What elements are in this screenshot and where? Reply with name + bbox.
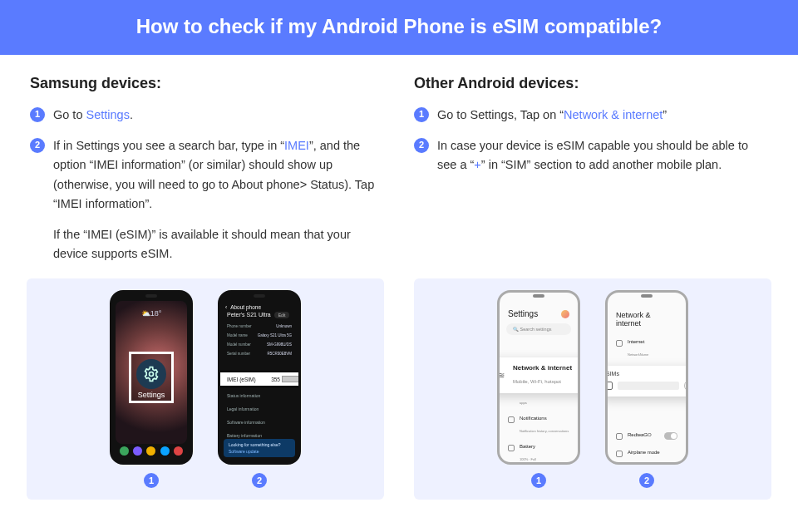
item-icon bbox=[508, 445, 515, 451]
footer-link: Software update bbox=[229, 449, 290, 454]
other-step-2: 2 In case your device is eSIM capable yo… bbox=[414, 136, 768, 175]
info-row: Phone numberUnknown bbox=[225, 322, 293, 331]
other-heading: Other Android devices: bbox=[414, 75, 768, 92]
edit-button: Edit bbox=[274, 312, 290, 318]
samsung-heading: Samsung devices: bbox=[30, 75, 384, 92]
other-steps: 1 Go to Settings, Tap on “Network & inte… bbox=[414, 106, 768, 175]
imei-esim-highlight: IMEI (eSIM) 355 bbox=[218, 372, 301, 386]
keyword-settings: Settings bbox=[86, 108, 130, 121]
network-title: Network & internet bbox=[608, 301, 686, 334]
list-item: Hotspot & tetheringoff bbox=[608, 462, 686, 465]
redacted-block bbox=[282, 376, 300, 382]
screenshot-other-2: Network & internet InternetNetworkNameCa… bbox=[605, 290, 688, 488]
info-row: Serial numberR5CR30E8VM bbox=[225, 349, 293, 358]
info-row: Model nameGalaxy S21 Ultra 5G bbox=[225, 331, 293, 340]
item-icon bbox=[616, 451, 623, 457]
text: Go to bbox=[53, 108, 86, 121]
settings-label: Settings bbox=[136, 391, 166, 399]
step-bullet: 1 bbox=[30, 107, 45, 122]
screenshot-number: 1 bbox=[144, 473, 159, 488]
settings-highlight: Settings bbox=[129, 352, 174, 403]
list-item: NotificationsNotification history, conve… bbox=[500, 411, 578, 440]
list-item: Airplane mode bbox=[608, 445, 686, 462]
popup-title: SIMs bbox=[606, 371, 688, 377]
phone-mock: Settings 🔍 Search settings AppsAssistant… bbox=[497, 290, 580, 465]
sims-popup: SIMs RedteaGO + bbox=[605, 366, 688, 397]
other-step-1: 1 Go to Settings, Tap on “Network & inte… bbox=[414, 106, 768, 125]
text: ” bbox=[663, 108, 667, 121]
sim-icon bbox=[606, 382, 613, 390]
list-item: Legal information bbox=[225, 402, 293, 416]
item-title: RedteaGO bbox=[628, 432, 652, 437]
wifi-icon: ≋ bbox=[498, 371, 505, 380]
popup-sub: Mobile, Wi-Fi, hotspot bbox=[513, 379, 561, 384]
other-column: Other Android devices: 1 Go to Settings,… bbox=[414, 75, 768, 275]
phone-mock: ‹ About phone Peter's S21 UltraEdit Phon… bbox=[218, 290, 301, 465]
list-item: Software information bbox=[225, 416, 293, 429]
popup-title: Network & internet bbox=[513, 364, 572, 372]
screenshot-number: 2 bbox=[639, 473, 654, 488]
imei-prefix: 355 bbox=[271, 377, 280, 382]
text: Go to Settings, Tap on “ bbox=[437, 108, 564, 121]
list-item: Battery100% · Full bbox=[500, 440, 578, 465]
footer-question: Looking for something else? bbox=[229, 442, 290, 447]
text: ” in “SIM” section to add another mobile… bbox=[481, 158, 722, 171]
step-bullet: 2 bbox=[30, 138, 45, 153]
step-bullet: 2 bbox=[414, 138, 429, 153]
screenshot-samsung-1: ⛅18° Settings 1 bbox=[110, 290, 193, 488]
search-footer: Looking for something else? Software upd… bbox=[224, 439, 295, 457]
step-text: In case your device is eSIM capable you … bbox=[437, 136, 768, 175]
device-name: Peter's S21 UltraEdit bbox=[220, 312, 298, 322]
samsung-screenshots: ⛅18° Settings 1 ‹ About phone Peter's S2… bbox=[27, 278, 384, 500]
settings-title: Settings bbox=[500, 301, 578, 323]
dock-icons bbox=[117, 444, 185, 457]
gear-icon bbox=[136, 359, 166, 389]
other-screenshots: Settings 🔍 Search settings AppsAssistant… bbox=[414, 278, 771, 500]
keyword-plus: + bbox=[474, 158, 480, 171]
text: . bbox=[130, 108, 133, 121]
samsung-step-1: 1 Go to Settings. bbox=[30, 106, 384, 125]
info-list: Status informationLegal informationSoftw… bbox=[225, 389, 293, 442]
plus-icon: + bbox=[684, 380, 688, 392]
redacted-block bbox=[618, 382, 679, 390]
samsung-step-2: 2 If in Settings you see a search bar, t… bbox=[30, 136, 384, 264]
list-item: RedteaGO bbox=[608, 427, 686, 445]
search-bar: 🔍 Search settings bbox=[506, 323, 571, 335]
info-row: Model numberSM-G998U/DS bbox=[225, 340, 293, 349]
text: If in Settings you see a search bar, typ… bbox=[53, 139, 284, 152]
list-item: Status information bbox=[225, 389, 293, 402]
screenshot-samsung-2: ‹ About phone Peter's S21 UltraEdit Phon… bbox=[218, 290, 301, 488]
phone-mock: ⛅18° Settings bbox=[110, 290, 193, 465]
svg-point-0 bbox=[150, 372, 154, 377]
network-internet-popup: ≋ Network & internetMobile, Wi-Fi, hotsp… bbox=[497, 357, 580, 393]
imei-label: IMEI (eSIM) bbox=[227, 377, 256, 382]
list-item: InternetNetworkName bbox=[608, 334, 686, 364]
step-text: Go to Settings, Tap on “Network & intern… bbox=[437, 106, 768, 125]
text: If the “IMEI (eSIM)” is available it sho… bbox=[53, 225, 384, 264]
page-title: How to check if my Android Phone is eSIM… bbox=[0, 15, 798, 38]
screenshot-other-1: Settings 🔍 Search settings AppsAssistant… bbox=[497, 290, 580, 488]
item-icon bbox=[616, 340, 623, 347]
samsung-steps: 1 Go to Settings. 2 If in Settings you s… bbox=[30, 106, 384, 264]
screenshot-number: 1 bbox=[531, 473, 546, 488]
keyword-network-internet: Network & internet bbox=[564, 108, 663, 121]
step-text: If in Settings you see a search bar, typ… bbox=[53, 136, 384, 264]
hero-banner: How to check if my Android Phone is eSIM… bbox=[0, 0, 798, 55]
weather-widget: ⛅18° bbox=[141, 309, 162, 318]
screenshot-number: 2 bbox=[252, 473, 267, 488]
samsung-column: Samsung devices: 1 Go to Settings. 2 If … bbox=[30, 75, 384, 275]
avatar-icon bbox=[561, 310, 569, 318]
info-rows: Phone numberUnknownModel nameGalaxy S21 … bbox=[220, 322, 298, 358]
about-phone-header: ‹ About phone bbox=[220, 301, 298, 312]
screenshots-row: ⛅18° Settings 1 ‹ About phone Peter's S2… bbox=[0, 278, 798, 500]
step-text: Go to Settings. bbox=[53, 106, 384, 125]
toggle-icon bbox=[664, 432, 677, 440]
phone-mock: Network & internet InternetNetworkNameCa… bbox=[605, 290, 688, 465]
item-icon bbox=[508, 416, 515, 423]
step-bullet: 1 bbox=[414, 107, 429, 122]
columns: Samsung devices: 1 Go to Settings. 2 If … bbox=[0, 55, 798, 275]
network-list-bottom: Airplane modeHotspot & tetheringoffData … bbox=[608, 445, 686, 465]
keyword-imei: IMEI bbox=[284, 139, 309, 152]
